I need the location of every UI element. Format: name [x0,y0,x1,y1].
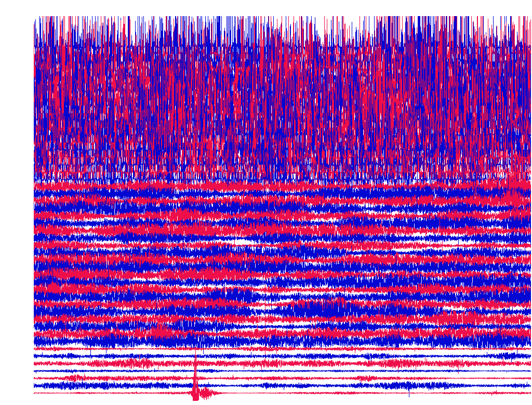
seismogram-canvas [0,0,532,405]
helicorder-page: HL Skyros isl. 2012-02-28 Applied filter… [0,0,532,405]
